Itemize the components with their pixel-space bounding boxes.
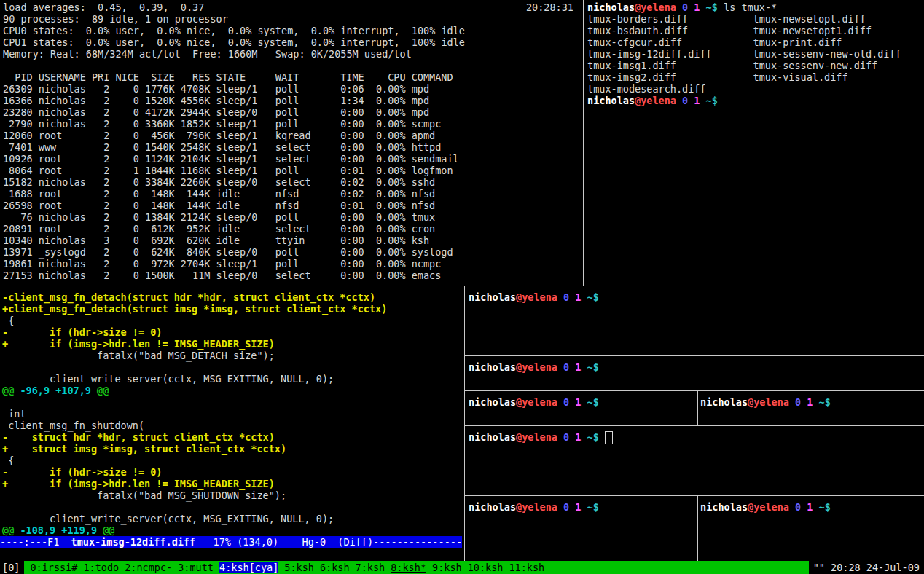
window-item-10-ksh[interactable]: 10:ksh bbox=[468, 562, 504, 573]
time: 0:00 bbox=[334, 130, 364, 141]
pane-shell-active[interactable]: nicholas@yelena 0 1 ~$ bbox=[469, 426, 924, 500]
username: www bbox=[39, 141, 86, 153]
time: 0:00 bbox=[334, 118, 364, 130]
window-item-2-ncmpc[interactable]: 2:ncmpc- bbox=[125, 562, 172, 573]
process-row: 1688root20148K144Kidlenfsd0:020.00%nfsd bbox=[3, 188, 584, 200]
prompt-user: nicholas bbox=[469, 291, 516, 303]
username: root bbox=[39, 188, 86, 200]
username: nicholas bbox=[39, 235, 86, 246]
pane-shell-c-right[interactable]: nicholas@yelena 0 1 ~$ bbox=[700, 391, 924, 430]
pane-shell-e-left[interactable]: nicholas@yelena 0 1 ~$ bbox=[469, 496, 696, 566]
window-item-5-ksh[interactable]: 5:ksh bbox=[284, 562, 314, 573]
hdr-wait: WAIT bbox=[275, 71, 329, 83]
time: 0:00 bbox=[334, 153, 364, 165]
pane-shell-c-left[interactable]: nicholas@yelena 0 1 ~$ bbox=[469, 391, 696, 430]
pri: 2 bbox=[92, 106, 109, 118]
file-name: tmux-visual.diff bbox=[753, 71, 848, 83]
diff-context-line: client_write_server(cctx, MSG_EXITING, N… bbox=[2, 513, 462, 524]
window-item-0-irssi[interactable]: 0:irssi# bbox=[30, 562, 77, 573]
pane-emacs[interactable]: -client_msg_fn_detach(struct hdr *hdr, s… bbox=[0, 286, 462, 561]
prompt-at-sign: @ bbox=[516, 431, 522, 443]
pane-shell-b[interactable]: nicholas@yelena 0 1 ~$ bbox=[469, 356, 924, 396]
wait: kqread bbox=[275, 130, 329, 141]
file-list-row: tmux-modesearch.diff bbox=[587, 83, 924, 95]
pri: 2 bbox=[92, 176, 109, 188]
state: sleep/0 bbox=[216, 176, 270, 188]
username: nicholas bbox=[39, 270, 86, 281]
state: sleep/0 bbox=[216, 211, 270, 223]
pid: 2790 bbox=[3, 118, 33, 130]
nice: 0 bbox=[115, 106, 139, 118]
nice: 0 bbox=[115, 176, 139, 188]
pane-top-processes[interactable]: load averages: 0.45, 0.39, 0.37 90 proce… bbox=[0, 0, 584, 287]
pid: 16366 bbox=[3, 95, 33, 106]
size: 3384K bbox=[145, 176, 175, 188]
window-item-3-mutt[interactable]: 3:mutt bbox=[178, 562, 214, 573]
prompt-user: nicholas bbox=[587, 1, 635, 13]
window-item-8-ksh-current[interactable]: 8:ksh* bbox=[391, 562, 426, 573]
prompt-number-2: 1 bbox=[569, 291, 581, 303]
time: 0:00 bbox=[334, 211, 364, 223]
file-list-row: tmux-imsg-12diff.difftmux-sessenv-new-ol… bbox=[587, 48, 924, 60]
username: root bbox=[39, 200, 86, 211]
load-averages-line: load averages: 0.45, 0.39, 0.37 bbox=[3, 1, 584, 13]
window-item-7-ksh[interactable]: 7:ksh bbox=[356, 562, 385, 573]
res: 144K bbox=[181, 200, 211, 211]
prompt-number-1: 0 bbox=[676, 95, 688, 106]
nice: 0 bbox=[115, 153, 139, 165]
window-item-1-todo[interactable]: 1:todo bbox=[83, 562, 119, 573]
command: syslogd bbox=[412, 246, 453, 258]
prompt-host: yelena bbox=[522, 431, 557, 443]
diff-removed-line: -client_msg_fn_detach(struct hdr *hdr, s… bbox=[2, 291, 462, 303]
pane-border-vertical-c bbox=[697, 391, 698, 425]
username: nicholas bbox=[39, 95, 86, 106]
prompt-at-sign: @ bbox=[635, 95, 641, 106]
cpu: 0.00% bbox=[370, 141, 406, 153]
window-item-4-ksh-alert[interactable]: 4:ksh[cya] bbox=[219, 562, 278, 573]
pid: 10340 bbox=[3, 235, 33, 246]
blank-line bbox=[2, 396, 462, 408]
pri: 2 bbox=[92, 258, 109, 270]
pane-shell-files[interactable]: nicholas@yelena 0 1 ~$ ls tmux-* tmux-bo… bbox=[587, 0, 924, 287]
pane-shell-a[interactable]: nicholas@yelena 0 1 ~$ bbox=[469, 286, 924, 361]
hunk-at: @@ bbox=[2, 385, 20, 396]
pid: 20891 bbox=[3, 223, 33, 235]
pid: 19861 bbox=[3, 258, 33, 270]
time: 0:00 bbox=[334, 235, 364, 246]
window-item-9-ksh[interactable]: 9:ksh bbox=[432, 562, 462, 573]
file-name: tmux-imsg-12diff.diff bbox=[587, 48, 753, 60]
command: tmux bbox=[412, 211, 436, 223]
cpu: 0.00% bbox=[370, 106, 406, 118]
emacs-modeline: ----:---F1 tmux-imsg-12diff.diff 17% (13… bbox=[0, 536, 462, 548]
blank-line bbox=[2, 501, 462, 513]
window-item-6-ksh[interactable]: 6:ksh bbox=[320, 562, 350, 573]
prompt-number-1: 0 bbox=[557, 431, 569, 443]
pri: 3 bbox=[92, 235, 109, 246]
process-row: 10340nicholas30692K620Kidlettyin0:000.00… bbox=[3, 235, 584, 246]
username: nicholas bbox=[39, 83, 86, 95]
emacs-minibuffer bbox=[0, 548, 462, 559]
pri: 2 bbox=[92, 83, 109, 95]
diff-added-line: + if (imsg->hdr.len != IMSG_HEADER_SIZE) bbox=[2, 338, 462, 350]
pane-shell-e-right[interactable]: nicholas@yelena 0 1 ~$ bbox=[700, 496, 924, 566]
memory-line: Memory: Real: 68M/324M act/tot Free: 166… bbox=[3, 48, 584, 60]
res: 952K bbox=[181, 223, 211, 235]
prompt-number-1: 0 bbox=[557, 291, 569, 303]
wait: select bbox=[275, 176, 329, 188]
window-item-11-ksh[interactable]: 11:ksh bbox=[509, 562, 544, 573]
file-name: tmux-imsg1.diff bbox=[587, 60, 753, 71]
hdr-time: TIME bbox=[334, 71, 364, 83]
wait: select bbox=[275, 141, 329, 153]
prompt-sigil: ~$ bbox=[581, 361, 598, 373]
state: idle bbox=[216, 223, 270, 235]
hdr-pri: PRI bbox=[92, 71, 109, 83]
shell-prompt-line: nicholas@yelena 0 1 ~$ bbox=[700, 501, 924, 513]
prompt-sigil: ~$ bbox=[581, 396, 598, 408]
res: 2704K bbox=[181, 258, 211, 270]
prompt-user: nicholas bbox=[469, 361, 516, 373]
command: ncmpc bbox=[412, 258, 442, 270]
file-name: tmux-newsetopt1.diff bbox=[753, 25, 872, 36]
hunk-range: -96,9 +107,9 bbox=[20, 385, 91, 396]
process-row: 10926root201124K2104Ksleep/1select0:000.… bbox=[3, 153, 584, 165]
res: 2124K bbox=[181, 211, 211, 223]
